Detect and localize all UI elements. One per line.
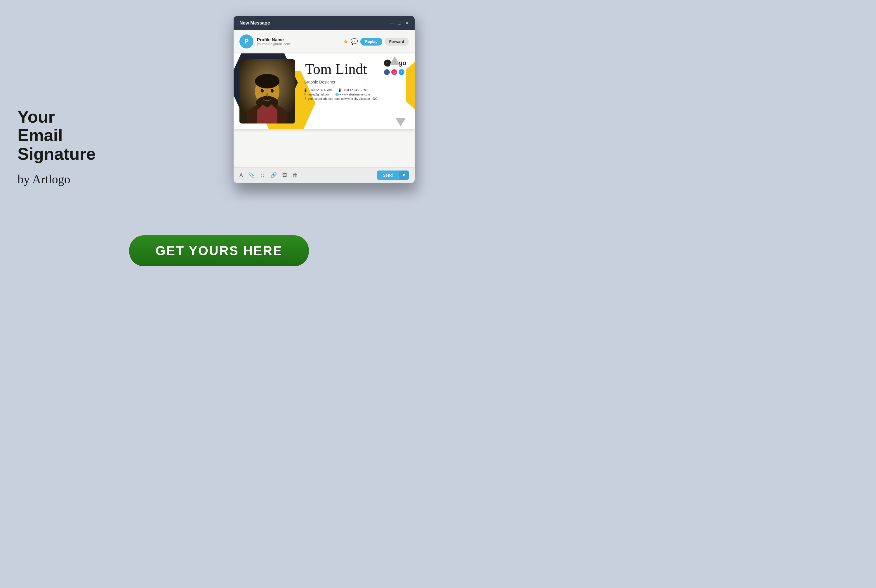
profile-info: Profile Name yourname@mail.com	[257, 37, 290, 46]
headline-line2: Email Signature	[18, 126, 96, 163]
svg-point-4	[255, 74, 279, 88]
signature-content: Tom Lindt Graphic Designer 📱 +000 123 45…	[304, 59, 409, 100]
window-title: New Message	[240, 20, 270, 26]
svg-point-7	[271, 89, 274, 93]
profile-email: yourname@mail.com	[257, 42, 290, 46]
send-dropdown-button[interactable]: ▼	[399, 171, 409, 180]
phone2: 📱 +000 123 456 7890	[338, 88, 368, 92]
triangle-bottom-decoration	[395, 118, 406, 126]
svg-point-8	[266, 93, 268, 97]
delete-icon[interactable]: 🗑	[292, 172, 298, 178]
svg-point-5	[256, 96, 278, 109]
signature-card: Tom Lindt Graphic Designer 📱 +000 123 45…	[234, 53, 415, 129]
toolbar-icons: A 📎 ☺ 🔗 🖼 🗑	[240, 172, 298, 178]
reply-button[interactable]: Replay	[360, 38, 382, 45]
email-body	[234, 129, 415, 167]
avatar: P	[240, 34, 254, 48]
window-titlebar: New Message — □ ✕	[234, 16, 415, 30]
profile-photo	[240, 59, 295, 123]
profile-name: Profile Name	[257, 37, 290, 42]
email-window: New Message — □ ✕ P Profile Name yournam…	[234, 16, 415, 183]
svg-point-6	[261, 89, 264, 93]
minimize-icon[interactable]: —	[389, 20, 394, 26]
signature-name: Tom Lindt	[304, 59, 409, 78]
image-icon[interactable]: 🖼	[282, 172, 287, 178]
forward-button[interactable]: Forward	[385, 38, 409, 45]
sig-address: 📍 your street address here, new york cit…	[304, 97, 409, 100]
sig-website: 🌐 www.websitename.com	[335, 93, 370, 96]
link-icon[interactable]: 🔗	[270, 172, 277, 178]
email-actions: ★ 💬 Replay Forward	[343, 38, 409, 45]
signature-title: Graphic Designer	[304, 80, 409, 84]
email-header: P Profile Name yourname@mail.com ★ 💬 Rep…	[234, 30, 415, 53]
attach-icon[interactable]: 📎	[248, 172, 255, 178]
emoji-icon[interactable]: ☺	[260, 172, 265, 178]
headline: Your Email Signature	[18, 108, 140, 163]
star-icon: ★	[343, 38, 348, 45]
headline-line1: Your	[18, 107, 55, 126]
chat-icon: 💬	[351, 38, 358, 45]
maximize-icon[interactable]: □	[398, 20, 401, 26]
profile-left: P Profile Name yourname@mail.com	[240, 34, 290, 48]
window-controls: — □ ✕	[389, 20, 409, 26]
font-icon[interactable]: A	[240, 172, 243, 178]
send-button[interactable]: Send	[377, 171, 399, 180]
email-toolbar: A 📎 ☺ 🔗 🖼 🗑 Send ▼	[234, 167, 415, 183]
sig-email: ✉ name@gmail.com	[304, 93, 330, 96]
cta-button[interactable]: GET YOURS HERE	[129, 236, 309, 266]
svg-text:Tom Lindt: Tom Lindt	[305, 61, 367, 77]
phone1: 📱 +000 123 456 7890	[304, 88, 333, 92]
byline: by Artlogo	[18, 172, 140, 186]
send-group: Send ▼	[377, 171, 409, 180]
left-section: Your Email Signature by Artlogo	[18, 108, 140, 187]
close-icon[interactable]: ✕	[405, 20, 409, 26]
